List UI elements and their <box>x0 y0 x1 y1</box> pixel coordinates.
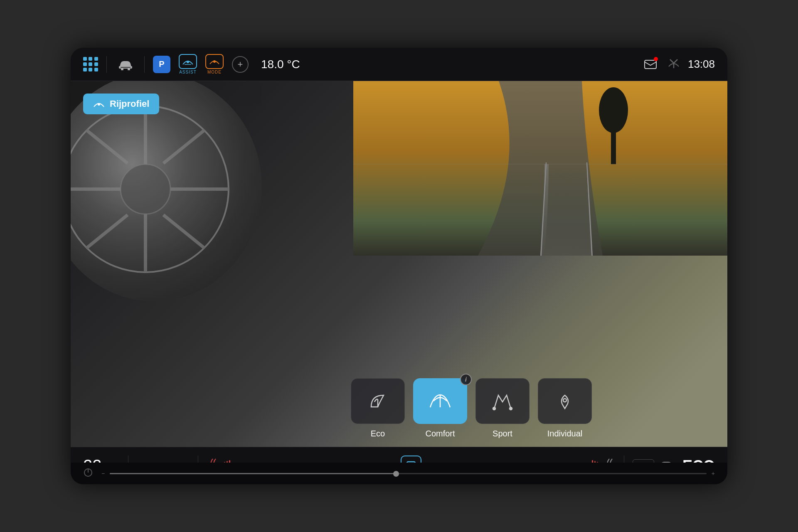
volume-slider[interactable]: − + <box>101 470 715 477</box>
info-badge[interactable]: i <box>460 374 472 385</box>
slider-plus[interactable]: + <box>712 470 715 477</box>
drive-mode-selector: Eco i Comfort <box>351 378 592 438</box>
svg-point-11 <box>121 164 170 214</box>
assist-button[interactable]: ASSIST <box>179 54 197 74</box>
slider-minus[interactable]: − <box>101 470 105 477</box>
park-label: P <box>159 59 164 69</box>
svg-line-17 <box>163 130 204 163</box>
signal-icon <box>668 57 680 71</box>
svg-line-18 <box>86 215 128 248</box>
drive-profile-title: Rijprofiel <box>110 99 149 109</box>
drive-profile-header: Rijprofiel <box>83 94 159 114</box>
svg-point-5 <box>213 60 216 63</box>
slider-track[interactable] <box>110 473 707 474</box>
divider-1 <box>106 56 107 73</box>
svg-line-7 <box>670 59 674 63</box>
svg-point-24 <box>98 103 100 106</box>
clock: 13:08 <box>688 58 715 71</box>
mode-header-icon <box>93 99 105 108</box>
comfort-label: Comfort <box>425 429 455 438</box>
message-badge <box>654 57 658 61</box>
mode-button[interactable]: MODE <box>205 54 224 74</box>
eco-mode-button[interactable]: Eco <box>351 378 405 438</box>
svg-point-27 <box>510 407 512 410</box>
svg-point-22 <box>599 87 628 133</box>
sport-label: Sport <box>493 429 512 438</box>
svg-rect-6 <box>645 60 656 69</box>
individual-label: Individual <box>547 429 583 438</box>
individual-mode-button[interactable]: Individual <box>538 378 592 438</box>
eco-label: Eco <box>371 429 385 438</box>
svg-point-4 <box>187 61 189 63</box>
power-row: − + <box>71 463 727 484</box>
divider-2 <box>144 56 145 73</box>
infotainment-screen: P ASSIST MODE + 18.0 °C <box>71 48 727 484</box>
svg-point-28 <box>563 399 566 402</box>
sport-mode-button[interactable]: Sport <box>475 378 530 438</box>
status-bar: P ASSIST MODE + 18.0 °C <box>71 48 727 81</box>
main-content: Rijprofiel Eco i <box>71 81 727 447</box>
svg-rect-3 <box>121 67 131 68</box>
svg-line-19 <box>163 215 204 248</box>
car-button[interactable] <box>115 56 136 73</box>
mode-label: MODE <box>207 70 222 74</box>
svg-line-8 <box>674 59 677 63</box>
park-button[interactable]: P <box>153 56 170 73</box>
svg-line-16 <box>86 130 128 163</box>
svg-point-26 <box>493 407 495 410</box>
comfort-mode-button[interactable]: i Comfort <box>413 378 467 438</box>
ambient-temperature: 18.0 °C <box>261 58 300 71</box>
road-background <box>353 81 727 256</box>
messages-button[interactable] <box>641 56 660 73</box>
add-button[interactable]: + <box>232 56 249 73</box>
power-button[interactable] <box>83 468 93 480</box>
app-grid-button[interactable] <box>83 57 98 72</box>
slider-thumb[interactable] <box>393 471 399 477</box>
assist-label: ASSIST <box>179 70 197 74</box>
